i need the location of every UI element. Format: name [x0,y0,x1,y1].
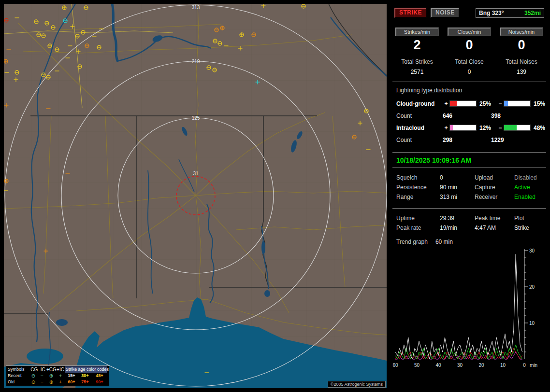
peak-time-value: 4:47 AM [475,224,514,231]
ic-pos-count: 298 [443,137,491,143]
bearing-range: 352mi [524,10,541,16]
trend-graph-label: Trend graph [396,238,428,245]
bearing-display: Bng 323° 352mi [476,8,544,18]
legend-col-pic: +IC [56,366,65,373]
settings-section: Squelch 0 Upload Disabled Persistence 90… [392,168,546,202]
status-panel: STRIKE NOISE Bng 323° 352mi Strikes/min … [392,4,546,388]
totals-row: Total Strikes 2571 Total Close 0 Total N… [392,58,546,75]
uptime-label: Uptime [396,215,440,222]
age-code-15: 15+ [65,373,78,379]
copyright-label: ©2005 Astrogenic Systems [328,381,386,388]
ring-label-219: 219 [192,59,200,64]
receiver-status: Enabled [514,194,546,200]
ic-neg-count: 1229 [491,137,546,143]
svg-text:50: 50 [414,363,420,368]
legend-col-pcg: +CG [46,366,56,373]
svg-text:60: 60 [392,363,398,368]
ic-neg-icon: − [38,373,46,379]
plus-sign: + [443,125,449,131]
plot-label: Plot [514,215,546,222]
plot-value: Strike [514,224,546,231]
ic-neg-icon: − [38,379,46,385]
map-view[interactable]: 313 219 125 31 Symbols -CG -IC +CG +IC S… [4,4,387,388]
range-value: 313 mi [440,194,475,200]
cg-neg-percent: 15% [531,100,550,107]
cg-neg-icon: ⊖ [29,373,38,379]
legend-row-recent-label: Recent [8,373,29,379]
strike-indicator-button[interactable]: STRIKE [394,8,427,18]
upload-status: Disabled [514,174,546,181]
svg-text:0: 0 [523,363,526,368]
ic-pos-bar [449,125,477,131]
total-noises-label: Total Noises [497,58,546,65]
legend-age-header: Strike age color codes [65,366,107,373]
persistence-value: 90 min [440,184,475,191]
upload-label: Upload [475,174,514,181]
peak-rate-label: Peak rate [396,224,440,231]
total-strikes-value: 2571 [392,69,442,75]
cg-pos-percent: 25% [477,100,497,107]
noises-per-min-value: 0 [497,38,546,53]
svg-text:40: 40 [435,363,441,368]
age-code-60: 60+ [65,379,78,385]
cg-neg-bar [504,100,531,107]
intracloud-counts: Count 298 1229 [392,134,546,146]
ring-label-31: 31 [193,171,199,176]
strikes-per-min-box: Strikes/min [395,28,439,36]
status-section: Uptime 29:39 Peak time Plot Peak rate 19… [392,209,546,233]
map-canvas: 313 219 125 31 [4,4,387,388]
peak-time-label: Peak time [475,215,514,222]
legend-symbols-header: Symbols [8,366,29,373]
capture-label: Capture [475,184,514,191]
total-strikes-label: Total Strikes [392,58,442,65]
total-close-label: Total Close [445,58,494,65]
svg-text:10: 10 [500,363,506,368]
datetime-display: 10/18/2025 10:09:16 AM [392,153,546,168]
svg-text:20: 20 [478,363,484,368]
rate-boxes: Strikes/min 2 Close/min 0 Noises/min 0 [392,28,546,53]
svg-text:min: min [530,363,537,368]
count-label: Count [396,112,443,119]
cg-pos-bar [449,100,477,107]
ic-pos-percent: 12% [477,125,497,131]
bearing-value: Bng 323° [479,10,504,16]
squelch-label: Squelch [396,174,440,181]
section-divider [392,82,546,82]
ic-neg-bar [504,125,531,131]
svg-text:30: 30 [529,248,535,253]
legend-col-nic: -IC [38,366,46,373]
receiver-label: Receiver [475,194,514,200]
ring-label-313: 313 [192,5,200,10]
cg-pos-icon: ⊕ [46,373,56,379]
plus-sign: + [443,100,449,107]
cg-neg-icon: ⊖ [29,379,38,385]
close-per-min-box: Close/min [448,28,491,36]
age-code-75: 75+ [78,379,92,385]
ic-pos-icon: + [56,379,65,385]
total-close-value: 0 [445,69,494,75]
strikes-per-min-value: 2 [392,38,442,53]
range-label: Range [396,194,440,200]
svg-text:20: 20 [529,284,535,290]
minus-sign: − [497,125,504,131]
persistence-label: Persistence [396,184,440,191]
cloud-ground-label: Cloud-ground [396,100,443,107]
age-code-45: 45+ [92,373,107,379]
indicator-row: STRIKE NOISE Bng 323° 352mi [392,4,546,19]
trend-graph-header: Trend graph 60 min [392,238,546,245]
capture-status: Active [514,184,546,191]
ic-neg-percent: 48% [531,125,550,131]
uptime-value: 29:39 [440,215,475,222]
cloud-ground-counts: Count 646 398 [392,110,546,122]
count-label: Count [396,137,443,143]
ring-label-125: 125 [192,115,200,121]
noises-per-min-box: Noises/min [500,28,543,36]
close-per-min-value: 0 [445,38,494,53]
noise-indicator-button[interactable]: NOISE [431,8,460,18]
svg-text:10: 10 [529,321,535,326]
age-code-30: 30+ [78,373,92,379]
intracloud-label: Intracloud [396,125,443,131]
peak-rate-value: 19/min [440,224,475,231]
age-code-90: 90+ [92,379,107,385]
cg-neg-count: 398 [491,112,546,119]
